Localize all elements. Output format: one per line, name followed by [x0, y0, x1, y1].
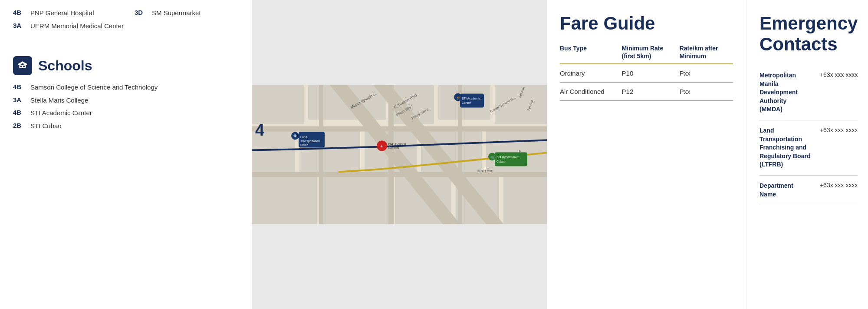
emergency-contacts-section: Emergency Contacts Metropolitan Manila D… — [746, 0, 868, 309]
fare-table: Bus Type Minimum Rate(first 5km) Rate/km… — [560, 44, 733, 101]
svg-text:Cubao: Cubao — [496, 160, 506, 163]
list-item: 4B Samson College of Science and Technol… — [13, 83, 239, 92]
fare-row-ac: Air Conditioned P12 Pxx — [560, 83, 733, 101]
fare-rate-km-ac: Pxx — [680, 83, 733, 101]
stop-name: Stella Maris College — [30, 96, 88, 105]
list-item: 4B STI Academic Center — [13, 109, 239, 117]
stop-name: STI Cubao — [30, 122, 62, 130]
stop-name: SM Supermarket — [152, 9, 201, 17]
list-item: 2B STI Cubao — [13, 122, 239, 130]
svg-rect-2 — [252, 85, 304, 124]
svg-text:Center: Center — [462, 101, 471, 104]
emergency-title: Emergency Contacts — [760, 13, 858, 55]
contact-item-ltfrb: Land Transportation Franchising and Regu… — [760, 120, 858, 176]
schools-title: Schools — [38, 58, 92, 74]
fare-guide-section: Fare Guide Bus Type Minimum Rate(first 5… — [547, 0, 746, 309]
left-panel: 4B PNP General Hospital 3A UERM Memorial… — [0, 0, 252, 309]
stop-code: 3A — [13, 22, 30, 29]
fare-col-min-rate: Minimum Rate(first 5km) — [622, 44, 680, 64]
svg-rect-20 — [252, 172, 547, 177]
stop-code: 4B — [13, 109, 30, 116]
schools-icon — [13, 56, 32, 75]
stop-name: PNP General Hospital — [30, 9, 94, 17]
fare-col-bus-type: Bus Type — [560, 44, 622, 64]
svg-rect-16 — [503, 176, 547, 224]
contact-number-dept: +63x xxx xxxx — [820, 182, 858, 189]
svg-rect-12 — [252, 176, 317, 224]
list-item: 3A UERM Memorial Medical Center — [13, 22, 239, 30]
fare-min-rate-ac: P12 — [622, 83, 680, 101]
svg-text:Main Ave: Main Ave — [477, 169, 493, 173]
stop-name: UERM Memorial Medical Center — [30, 22, 124, 30]
fare-bus-type-ordinary: Ordinary — [560, 64, 622, 83]
contact-name-ltfrb: Land Transportation Franchising and Regu… — [760, 126, 811, 169]
contact-item-mmda: Metropolitan Manila Development Authorit… — [760, 65, 858, 120]
svg-text:🎓: 🎓 — [456, 95, 461, 100]
svg-rect-48 — [495, 153, 527, 166]
stop-code: 4B — [13, 9, 30, 16]
fare-rate-km-ordinary: Pxx — [680, 64, 733, 83]
map-label: 4 — [255, 120, 264, 139]
list-item: 3D SM Supermarket — [135, 9, 201, 17]
fare-min-rate-ordinary: P10 — [622, 64, 680, 83]
svg-text:Land: Land — [300, 136, 307, 139]
contacts-list: Metropolitan Manila Development Authorit… — [760, 65, 858, 205]
list-item: 4B PNP General Hospital — [13, 9, 239, 17]
stop-code: 3D — [135, 9, 152, 16]
stop-list-sm: 3D SM Supermarket — [135, 9, 201, 22]
svg-rect-19 — [252, 126, 547, 132]
contact-name-dept: Department Name — [760, 182, 811, 199]
stop-code: 3A — [13, 96, 30, 103]
svg-text:SM Hypermarket: SM Hypermarket — [496, 156, 519, 159]
svg-text:🏛: 🏛 — [293, 134, 297, 138]
svg-text:🛒: 🛒 — [490, 155, 496, 160]
svg-text:PNP General: PNP General — [388, 143, 406, 146]
fare-guide-title: Fare Guide — [560, 13, 733, 34]
stop-name: STI Academic Center — [30, 109, 92, 117]
contact-number-mmda: +63x xxx xxxx — [820, 71, 858, 78]
svg-rect-22 — [319, 85, 323, 224]
svg-text:Transportation: Transportation — [300, 140, 320, 143]
contact-name-mmda: Metropolitan Manila Development Authorit… — [760, 71, 811, 114]
stop-code: 4B — [13, 83, 30, 90]
schools-list: 4B Samson College of Science and Technol… — [13, 83, 239, 130]
fare-col-rate-km: Rate/km afterMinimum — [680, 44, 733, 64]
stop-name: Samson College of Science and Technology — [30, 83, 158, 92]
list-item: 3A Stella Maris College — [13, 96, 239, 105]
svg-rect-43 — [460, 94, 484, 108]
stop-list-hospitals: 4B PNP General Hospital 3A UERM Memorial… — [13, 9, 239, 30]
contact-number-ltfrb: +63x xxx xxxx — [820, 126, 858, 133]
fare-row-ordinary: Ordinary P10 Pxx — [560, 64, 733, 83]
schools-section-header: Schools — [13, 56, 239, 75]
svg-text:Hospital: Hospital — [388, 146, 399, 150]
svg-text:+: + — [380, 143, 383, 149]
map-area: Mayor Ignacio S. P. Tuazon Blvd Plinas S… — [252, 0, 547, 309]
stop-code: 2B — [13, 122, 30, 129]
contact-item-dept: Department Name +63x xxx xxxx — [760, 176, 858, 205]
svg-rect-13 — [321, 176, 391, 224]
fare-bus-type-ac: Air Conditioned — [560, 83, 622, 101]
svg-text:Office: Office — [300, 143, 308, 146]
svg-text:STI Academic: STI Academic — [462, 97, 481, 100]
